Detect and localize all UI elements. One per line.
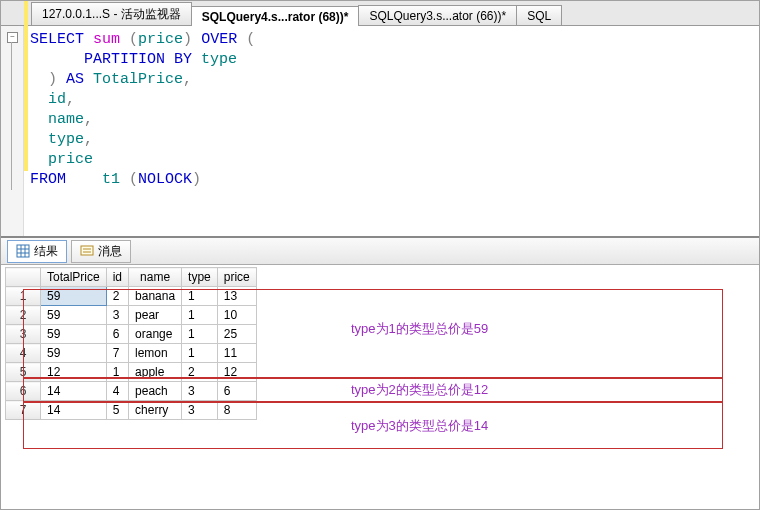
fold-icon[interactable]	[7, 32, 18, 43]
tab-sqlquery4[interactable]: SQLQuery4.s...rator (68))*	[191, 6, 360, 26]
result-tabstrip: 结果 消息	[1, 238, 759, 265]
tab-sql-more[interactable]: SQL	[516, 5, 562, 25]
tab-messages[interactable]: 消息	[71, 240, 131, 263]
editor-gutter	[1, 26, 24, 236]
sql-editor[interactable]: SELECT sum (price) OVER ( PARTITION BY t…	[24, 26, 759, 236]
svg-rect-5	[81, 246, 93, 255]
annotation-text-3: type为3的类型总价是14	[351, 417, 488, 435]
col-price[interactable]: price	[217, 268, 256, 287]
sql-editor-pane: SELECT sum (price) OVER ( PARTITION BY t…	[1, 26, 759, 238]
col-type[interactable]: type	[182, 268, 218, 287]
grid-icon	[16, 244, 30, 258]
annotation-text-2: type为2的类型总价是12	[351, 381, 488, 399]
col-totalprice[interactable]: TotalPrice	[41, 268, 107, 287]
kw-from: FROM	[30, 171, 66, 188]
tab-results[interactable]: 结果	[7, 240, 67, 263]
kw-partition: PARTITION	[84, 51, 165, 68]
kw-as: AS	[66, 71, 84, 88]
fn-sum: sum	[93, 31, 120, 48]
col-id[interactable]: id	[106, 268, 128, 287]
results-grid-area: TotalPrice id name type price 1592banana…	[1, 265, 759, 489]
kw-over: OVER	[201, 31, 237, 48]
tab-sqlquery3[interactable]: SQLQuery3.s...ator (66))*	[358, 5, 517, 25]
tab-results-label: 结果	[34, 243, 58, 260]
col-name[interactable]: name	[129, 268, 182, 287]
kw-select: SELECT	[30, 31, 84, 48]
kw-nolock: NOLOCK	[138, 171, 192, 188]
change-marker	[24, 1, 28, 171]
annotation-text-1: type为1的类型总价是59	[351, 320, 488, 338]
tab-activity-monitor[interactable]: 127.0.0.1...S - 活动监视器	[31, 2, 192, 25]
fold-line	[11, 42, 12, 190]
tab-messages-label: 消息	[98, 243, 122, 260]
message-icon	[80, 244, 94, 258]
rownum-header[interactable]	[6, 268, 41, 287]
editor-tabs: 127.0.0.1...S - 活动监视器 SQLQuery4.s...rato…	[1, 1, 759, 26]
svg-rect-0	[17, 245, 29, 257]
grid-header-row: TotalPrice id name type price	[6, 268, 257, 287]
